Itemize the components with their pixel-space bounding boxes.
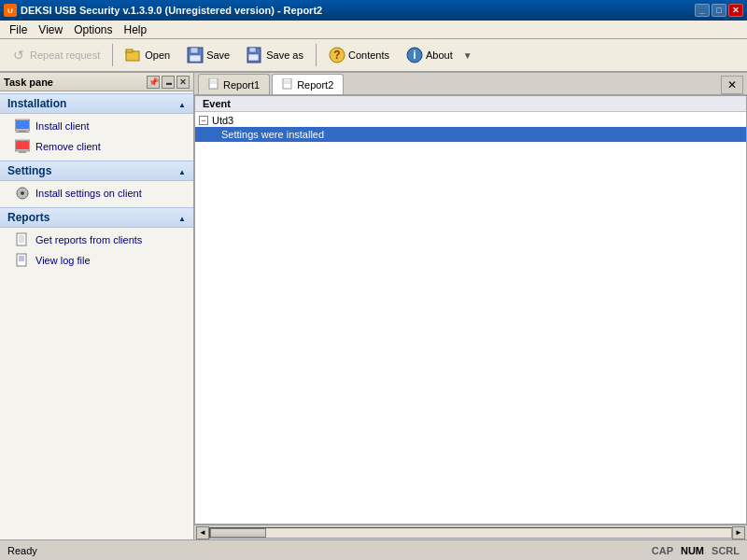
svg-rect-15 — [16, 132, 29, 133]
tree-expand-button[interactable]: − — [199, 116, 208, 125]
svg-rect-7 — [248, 54, 259, 61]
settings-section-header[interactable]: Settings — [0, 161, 193, 181]
svg-rect-4 — [190, 55, 201, 62]
maximize-button[interactable]: □ — [712, 4, 726, 17]
save-as-icon — [247, 47, 263, 63]
scroll-thumb[interactable] — [210, 528, 266, 538]
close-button[interactable]: ✕ — [728, 4, 743, 17]
get-reports-item[interactable]: Get reports from clients — [0, 230, 193, 250]
about-button[interactable]: i About — [400, 42, 459, 68]
num-indicator: NUM — [681, 545, 704, 556]
open-button[interactable]: Open — [119, 42, 176, 68]
report1-tab-icon — [208, 78, 219, 91]
tab-list: Report1 Report2 — [198, 74, 344, 94]
tab-bar: Report1 Report2 ✕ — [194, 73, 747, 95]
horizontal-scrollbar: ◄ ► — [194, 525, 747, 539]
reports-section-content: Get reports from clients View log file — [0, 228, 193, 273]
tab-close-area: ✕ — [721, 76, 743, 94]
contents-button[interactable]: ? Contents — [322, 42, 396, 68]
task-pane-header: Task pane 📌 🗕 ✕ — [0, 73, 193, 91]
toolbar-separator-1 — [112, 44, 113, 66]
report1-tab-label: Report1 — [223, 79, 260, 91]
open-icon — [125, 47, 142, 63]
settings-label: Settings — [7, 164, 51, 177]
svg-text:i: i — [413, 49, 416, 62]
remove-client-item[interactable]: Remove client — [0, 136, 193, 157]
svg-rect-3 — [190, 48, 198, 53]
reports-collapse-icon — [178, 211, 186, 224]
about-icon: i — [406, 47, 423, 63]
report-content: Event − Utd3 Settings were installed — [194, 95, 747, 525]
install-client-icon — [15, 119, 30, 133]
installation-label: Installation — [7, 97, 66, 110]
save-as-button[interactable]: Save as — [240, 42, 310, 68]
svg-rect-33 — [283, 78, 291, 89]
task-pane-header-controls: 📌 🗕 ✕ — [147, 76, 190, 89]
view-log-item[interactable]: View log file — [0, 250, 193, 271]
status-indicators: CAP NUM SCRL — [652, 545, 740, 556]
report2-tab-icon — [282, 78, 293, 91]
scroll-right-button[interactable]: ► — [732, 526, 745, 539]
install-client-label: Install client — [35, 120, 89, 132]
svg-rect-30 — [209, 78, 218, 89]
menu-view[interactable]: View — [33, 22, 68, 37]
cap-indicator: CAP — [652, 545, 673, 556]
scroll-track[interactable] — [209, 527, 732, 539]
install-settings-icon — [15, 186, 30, 201]
menu-file[interactable]: File — [4, 22, 33, 37]
tab-report1[interactable]: Report1 — [198, 74, 270, 94]
installation-section-content: Install client Remove client — [0, 114, 193, 159]
get-reports-label: Get reports from clients — [35, 234, 142, 245]
remove-client-label: Remove client — [35, 141, 101, 152]
view-log-label: View log file — [35, 255, 91, 266]
remove-client-icon — [15, 139, 30, 154]
task-pane-title: Task pane — [4, 77, 53, 88]
task-pane-pin-button[interactable]: 📌 — [147, 76, 160, 89]
menu-help[interactable]: Help — [119, 22, 153, 37]
menu-options[interactable]: Options — [68, 22, 118, 37]
app-icon: U — [4, 4, 17, 17]
report-tree: − Utd3 Settings were installed — [195, 112, 746, 524]
toolbar-expand-button[interactable]: ▼ — [463, 44, 469, 66]
tree-child-node-0[interactable]: Settings were installed — [195, 127, 746, 142]
status-text: Ready — [7, 545, 37, 556]
content-close-button[interactable]: ✕ — [721, 76, 743, 94]
scrl-indicator: SCRL — [712, 545, 740, 556]
repeat-icon: ↺ — [10, 47, 27, 63]
settings-collapse-icon — [178, 164, 186, 177]
reports-label: Reports — [7, 211, 49, 224]
task-pane-minimize-button[interactable]: 🗕 — [162, 76, 175, 89]
svg-rect-13 — [16, 120, 29, 129]
window-controls: _ □ ✕ — [695, 4, 743, 17]
reports-section-header[interactable]: Reports — [0, 207, 193, 228]
tree-root-node: − Utd3 — [195, 114, 746, 127]
install-settings-item[interactable]: Install settings on client — [0, 183, 193, 203]
save-button[interactable]: Save — [180, 42, 236, 68]
content-area: Report1 Report2 ✕ Event − Utd3 — [194, 73, 747, 539]
status-bar: Ready CAP NUM SCRL — [0, 539, 747, 560]
repeat-request-button[interactable]: ↺ Repeat request — [4, 42, 106, 68]
settings-section-content: Install settings on client — [0, 181, 193, 205]
get-reports-icon — [15, 232, 30, 247]
install-settings-label: Install settings on client — [35, 188, 142, 199]
install-client-item[interactable]: Install client — [0, 116, 193, 136]
svg-rect-17 — [16, 141, 29, 149]
title-bar-left: U DEKSI USB Security v.1.3.9.0 (Unregist… — [4, 4, 322, 17]
svg-point-20 — [21, 191, 24, 195]
svg-text:?: ? — [333, 49, 340, 62]
svg-rect-18 — [19, 151, 26, 153]
installation-section-header[interactable]: Installation — [0, 93, 193, 114]
toolbar: ↺ Repeat request Open Save Save as ? Con… — [0, 39, 747, 73]
minimize-button[interactable]: _ — [695, 4, 710, 17]
tree-root-label: Utd3 — [212, 115, 233, 126]
window-title: DEKSI USB Security v.1.3.9.0 (Unregister… — [21, 5, 322, 16]
svg-rect-6 — [249, 48, 256, 52]
task-pane: Task pane 📌 🗕 ✕ Installation Install cli… — [0, 73, 194, 539]
svg-rect-1 — [126, 49, 133, 52]
report2-tab-label: Report2 — [297, 79, 333, 91]
task-pane-close-button[interactable]: ✕ — [176, 76, 190, 89]
scroll-left-button[interactable]: ◄ — [196, 526, 209, 539]
tab-report2[interactable]: Report2 — [272, 74, 344, 94]
tree-child-label-0: Settings were installed — [221, 129, 324, 140]
menu-bar: File View Options Help — [0, 21, 747, 39]
